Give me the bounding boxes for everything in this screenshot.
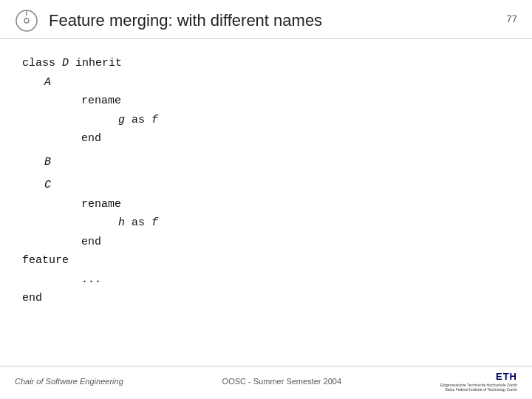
code-line-8: rename xyxy=(81,195,510,214)
ellipsis: ... xyxy=(81,273,101,286)
keyword-as-2: as xyxy=(125,216,151,229)
parent-c: C xyxy=(44,179,51,191)
slide-title: Feature merging: with different names xyxy=(49,11,517,30)
footer-left: Chair of Software Engineering xyxy=(15,377,123,386)
class-name: D xyxy=(62,57,69,69)
code-line-12: ... xyxy=(81,270,510,290)
svg-point-1 xyxy=(24,18,29,23)
code-line-1: class D inherit xyxy=(22,54,510,73)
feature-g: g xyxy=(118,114,125,126)
parent-a: A xyxy=(44,76,51,89)
eth-logo-text: ETH xyxy=(496,371,517,382)
eth-logo: ETH Eidgenössische Technische Hochschule… xyxy=(440,371,517,392)
header-icon xyxy=(15,9,38,33)
feature-f-1: f xyxy=(151,114,158,126)
eth-logo-subtext: Eidgenössische Technische Hochschule Zür… xyxy=(440,383,517,392)
code-line-10: end xyxy=(81,233,510,252)
code-line-6: B xyxy=(44,153,510,172)
code-content: class D inherit A rename g as f end B C … xyxy=(0,39,532,316)
keyword-end-1: end xyxy=(81,132,101,145)
code-line-3: rename xyxy=(81,92,510,111)
code-line-11: feature xyxy=(22,251,510,270)
parent-b: B xyxy=(44,156,51,168)
code-line-5: end xyxy=(81,129,510,149)
slide-footer: Chair of Software Engineering OOSC - Sum… xyxy=(0,366,532,392)
keyword-end-3: end xyxy=(22,292,42,304)
keyword-as-1: as xyxy=(125,114,151,126)
footer-center: OOSC - Summer Semester 2004 xyxy=(222,377,341,386)
keyword-feature: feature xyxy=(22,254,69,267)
keyword-inherit: inherit xyxy=(69,57,122,69)
code-line-4: g as f xyxy=(118,111,510,130)
keyword-rename-1: rename xyxy=(81,95,121,107)
code-line-7: C xyxy=(44,176,510,195)
slide-number: 77 xyxy=(507,13,517,24)
keyword-end-2: end xyxy=(81,236,101,248)
keyword-class: class xyxy=(22,57,62,69)
slide-header: Feature merging: with different names 77 xyxy=(0,0,532,39)
code-line-2: A xyxy=(44,73,510,92)
feature-h: h xyxy=(118,216,125,229)
code-line-13: end xyxy=(22,289,510,308)
keyword-rename-2: rename xyxy=(81,198,121,211)
feature-f-2: f xyxy=(151,216,158,229)
code-line-9: h as f xyxy=(118,214,510,233)
